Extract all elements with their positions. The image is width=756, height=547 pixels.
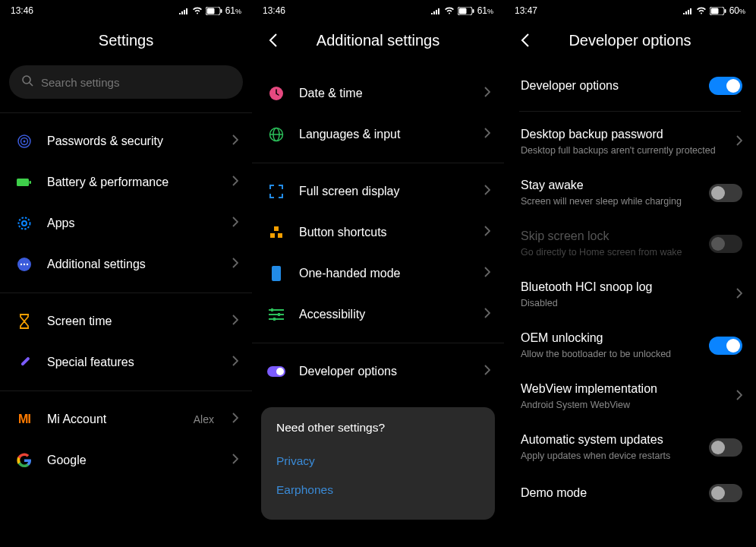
svg-rect-23 — [274, 226, 279, 231]
row-apps[interactable]: Apps — [0, 203, 252, 244]
signal-icon — [178, 7, 189, 14]
chevron-right-icon — [232, 356, 238, 369]
chevron-right-icon — [232, 134, 238, 148]
row-passwords-security[interactable]: Passwords & security — [0, 121, 252, 162]
status-time: 13:46 — [11, 5, 33, 16]
footer-link-privacy[interactable]: Privacy — [276, 447, 480, 476]
status-bar: 13:46 61% — [0, 0, 252, 21]
row-screen-time[interactable]: Screen time — [0, 301, 252, 342]
svg-rect-31 — [278, 313, 280, 316]
status-time: 13:46 — [263, 5, 285, 16]
row-dev-options-master[interactable]: Developer options — [504, 65, 756, 106]
svg-rect-37 — [724, 9, 726, 13]
page-title: Developer options — [569, 32, 691, 49]
row-battery-performance[interactable]: Battery & performance — [0, 162, 252, 203]
row-desktop-backup-password[interactable]: Desktop backup password Desktop full bac… — [504, 116, 756, 167]
toggle-oem-unlocking[interactable] — [709, 337, 742, 355]
row-special-features[interactable]: Special features — [0, 342, 252, 383]
svg-rect-25 — [278, 233, 282, 238]
svg-rect-15 — [20, 356, 30, 366]
additional-list: Date & time Languages & input Full scree… — [252, 65, 504, 547]
svg-rect-2 — [220, 9, 222, 13]
page-title: Settings — [99, 32, 153, 49]
header: Settings — [0, 21, 252, 59]
chevron-right-icon — [736, 288, 742, 302]
wifi-icon — [444, 7, 455, 14]
battery-icon — [206, 7, 222, 15]
chevron-right-icon — [484, 128, 490, 141]
settings-list: Passwords & security Battery & performan… — [0, 113, 252, 547]
svg-rect-17 — [458, 8, 466, 14]
back-button[interactable] — [516, 31, 534, 49]
svg-rect-30 — [271, 308, 273, 311]
chevron-right-icon — [232, 217, 238, 230]
wifi-icon — [192, 7, 203, 14]
svg-point-34 — [276, 368, 284, 375]
target-icon — [15, 132, 33, 150]
google-icon — [15, 451, 33, 470]
row-demo-mode[interactable]: Demo mode — [504, 473, 756, 514]
search-box[interactable] — [9, 65, 243, 99]
svg-point-7 — [24, 141, 26, 143]
page-title: Additional settings — [317, 32, 439, 49]
mi-account-value: Alex — [194, 413, 214, 425]
signal-icon — [682, 7, 693, 14]
dots-icon — [15, 255, 33, 274]
row-full-screen-display[interactable]: Full screen display — [252, 171, 504, 212]
row-additional-settings[interactable]: Additional settings — [0, 244, 252, 285]
row-mi-account[interactable]: MI Mi Account Alex — [0, 399, 252, 440]
chevron-right-icon — [736, 390, 742, 403]
toggle-demo-mode[interactable] — [709, 484, 742, 502]
svg-point-12 — [20, 264, 22, 265]
row-date-time[interactable]: Date & time — [252, 73, 504, 114]
row-stay-awake[interactable]: Stay awake Screen will never sleep while… — [504, 167, 756, 218]
footer-title: Need other settings? — [276, 421, 480, 435]
status-bar: 13:47 60% — [504, 0, 756, 21]
panel-settings: 13:46 61% Settings Passwords & security … — [0, 0, 252, 547]
chevron-right-icon — [232, 454, 238, 467]
svg-point-3 — [23, 76, 30, 84]
toggle-developer-options[interactable] — [709, 77, 742, 95]
search-input[interactable] — [41, 76, 231, 89]
toggle-automatic-updates[interactable] — [709, 438, 742, 457]
footer-link-earphones[interactable]: Earphones — [276, 476, 480, 504]
row-webview-impl[interactable]: WebView implementation Android System We… — [504, 371, 756, 422]
row-google[interactable]: Google — [0, 440, 252, 481]
accessibility-icon — [267, 305, 285, 324]
row-oem-unlocking[interactable]: OEM unlocking Allow the bootloader to be… — [504, 320, 756, 371]
chevron-right-icon — [484, 308, 490, 321]
svg-rect-26 — [272, 266, 281, 281]
back-button[interactable] — [264, 31, 282, 49]
mi-icon: MI — [15, 410, 33, 428]
row-accessibility[interactable]: Accessibility — [252, 294, 504, 335]
row-button-shortcuts[interactable]: Button shortcuts — [252, 212, 504, 253]
row-skip-screen-lock: Skip screen lock Go directly to Home scr… — [504, 218, 756, 269]
row-one-handed-mode[interactable]: One-handed mode — [252, 253, 504, 294]
battery-percent: 61% — [225, 5, 241, 16]
battery-percent: 61% — [477, 5, 493, 16]
battery-percent: 60% — [729, 5, 745, 16]
row-automatic-updates[interactable]: Automatic system updates Apply updates w… — [504, 422, 756, 473]
svg-rect-8 — [17, 179, 29, 186]
panel-developer-options: 13:47 60% Developer options Developer op… — [504, 0, 756, 547]
svg-point-14 — [27, 264, 28, 265]
search-icon — [21, 74, 33, 90]
gear-icon — [15, 214, 33, 232]
row-languages-input[interactable]: Languages & input — [252, 114, 504, 155]
row-developer-options[interactable]: Developer options — [252, 351, 504, 392]
wand-icon — [15, 353, 33, 372]
svg-rect-1 — [206, 8, 214, 14]
wifi-icon — [696, 7, 707, 14]
toggle-stay-awake[interactable] — [709, 184, 742, 202]
phone-icon — [267, 264, 285, 283]
header: Additional settings — [252, 21, 504, 59]
battery-icon — [710, 7, 726, 15]
svg-point-13 — [24, 264, 25, 265]
signal-icon — [430, 7, 441, 14]
row-bluetooth-snoop[interactable]: Bluetooth HCI snoop log Disabled — [504, 269, 756, 320]
chevron-right-icon — [484, 185, 490, 198]
svg-rect-18 — [472, 9, 474, 13]
status-time: 13:47 — [515, 5, 537, 16]
svg-rect-24 — [270, 233, 275, 238]
toggle-skip-screen-lock — [709, 235, 742, 253]
